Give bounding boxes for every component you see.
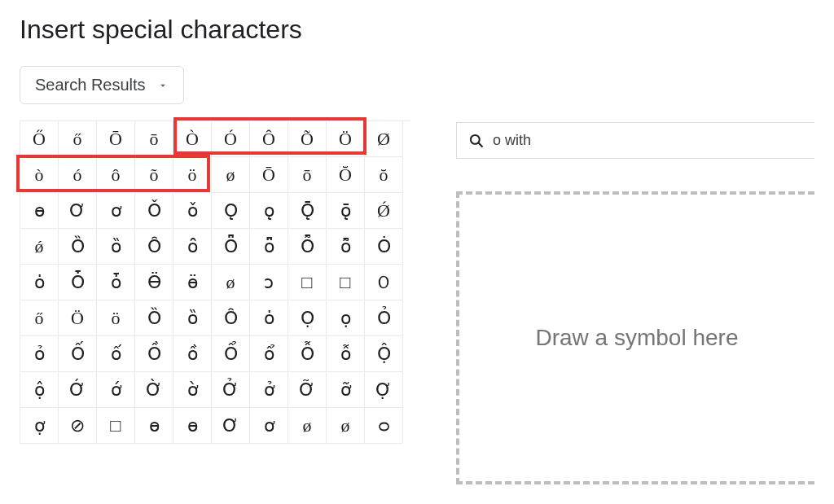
char-cell[interactable]: ớ [97, 372, 135, 408]
char-cell[interactable]: Ơ [212, 408, 250, 444]
char-cell[interactable]: ợ [20, 408, 59, 444]
category-dropdown-label: Search Results [35, 76, 146, 94]
char-cell[interactable]: ő [59, 121, 97, 157]
char-cell[interactable]: ȍ [97, 229, 135, 265]
char-cell[interactable]: ő [20, 300, 59, 336]
char-cell[interactable]: Ǫ [212, 193, 250, 229]
char-cell[interactable]: Ő [20, 121, 59, 157]
char-cell[interactable]: Ȯ [365, 229, 403, 265]
char-cell[interactable]: Ợ [365, 372, 403, 408]
char-cell[interactable]: ổ [250, 336, 288, 372]
char-cell[interactable]: ō [135, 121, 173, 157]
char-cell[interactable]: ȯ [250, 300, 288, 336]
char-cell[interactable]: ȯ [20, 265, 59, 300]
char-cell[interactable]: ô [97, 157, 135, 193]
page-title: Insert special characters [20, 15, 814, 45]
char-cell[interactable]: Ӫ [135, 265, 173, 300]
char-cell[interactable]: ȫ [250, 229, 288, 265]
char-cell[interactable]: Ǭ [288, 193, 327, 229]
char-cell[interactable]: ᴑ [365, 408, 403, 444]
char-cell[interactable]: ở [250, 372, 288, 408]
char-cell[interactable]: ò [20, 157, 59, 193]
char-cell[interactable]: ø [212, 157, 250, 193]
char-cell[interactable]: Ồ [135, 336, 173, 372]
char-cell[interactable]: ọ [327, 300, 365, 336]
char-cell[interactable]: ǿ [20, 229, 59, 265]
char-cell[interactable]: ȏ [173, 229, 212, 265]
char-cell[interactable]: Ổ [212, 336, 250, 372]
char-cell[interactable]: Ｏ [365, 265, 403, 300]
char-cell[interactable]: ō [288, 157, 327, 193]
char-cell[interactable]: ǫ [250, 193, 288, 229]
char-cell[interactable]: ɵ [20, 193, 59, 229]
char-cell[interactable]: Ȍ [59, 229, 97, 265]
search-icon [468, 133, 485, 149]
char-cell[interactable]: Õ [288, 121, 327, 157]
char-cell[interactable]: Ō [97, 121, 135, 157]
char-cell[interactable]: Ȫ [212, 229, 250, 265]
char-cell[interactable]: Ȱ [59, 265, 97, 300]
chevron-down-icon [157, 80, 169, 91]
char-cell[interactable]: ơ [250, 408, 288, 444]
char-cell[interactable]: ɵ [173, 408, 212, 444]
char-cell[interactable]: Ọ [288, 300, 327, 336]
char-cell[interactable]: ố [97, 336, 135, 372]
char-cell[interactable]: ǭ [327, 193, 365, 229]
char-cell[interactable]: ơ [97, 193, 135, 229]
char-cell[interactable]: ⊘ [59, 408, 97, 444]
character-grid: ŐőŌōÒÓÔÕÖØòóôõöøŌōŎŏɵƠơǑǒǪǫǬǭǾǿȌȍȎȏȪȫȬȭȮ… [20, 121, 410, 444]
char-cell[interactable]: Ộ [365, 336, 403, 372]
char-cell[interactable]: Ớ [59, 372, 97, 408]
char-cell[interactable]: Ö [327, 121, 365, 157]
char-cell[interactable]: ӫ [173, 265, 212, 300]
char-cell[interactable]: Ȏ [135, 229, 173, 265]
char-cell[interactable]: ɔ [250, 265, 288, 300]
char-cell[interactable]: Ỗ [288, 336, 327, 372]
char-cell[interactable]: Ö [59, 300, 97, 336]
char-cell[interactable]: Ỡ [288, 372, 327, 408]
char-cell[interactable]: ŏ [365, 157, 403, 193]
char-cell[interactable]: ỡ [327, 372, 365, 408]
char-cell[interactable]: Ở [212, 372, 250, 408]
char-cell[interactable]: □ [288, 265, 327, 300]
char-cell[interactable]: Ȏ [212, 300, 250, 336]
char-cell[interactable]: ǒ [173, 193, 212, 229]
char-cell[interactable]: õ [135, 157, 173, 193]
char-cell[interactable]: ɵ [135, 408, 173, 444]
char-cell[interactable]: ö [173, 157, 212, 193]
char-cell[interactable]: Ǿ [365, 193, 403, 229]
char-cell[interactable]: ộ [20, 372, 59, 408]
char-cell[interactable]: Ō [250, 157, 288, 193]
char-cell[interactable]: □ [327, 265, 365, 300]
char-cell[interactable]: ø [288, 408, 327, 444]
char-cell[interactable]: ồ [173, 336, 212, 372]
char-cell[interactable]: ờ [173, 372, 212, 408]
char-cell[interactable]: Ò [173, 121, 212, 157]
char-cell[interactable]: ȭ [327, 229, 365, 265]
search-box[interactable] [456, 122, 814, 159]
char-cell[interactable]: Ǒ [135, 193, 173, 229]
char-cell[interactable]: Ŏ [327, 157, 365, 193]
char-cell[interactable]: ó [59, 157, 97, 193]
char-cell[interactable]: Ỏ [365, 300, 403, 336]
char-cell[interactable]: ø [212, 265, 250, 300]
char-cell[interactable]: ø [327, 408, 365, 444]
char-cell[interactable]: Ø [365, 121, 403, 157]
char-cell[interactable]: Ô [250, 121, 288, 157]
draw-hint-text: Draw a symbol here [536, 325, 739, 351]
char-cell[interactable]: Ȍ [135, 300, 173, 336]
char-cell[interactable]: ỗ [327, 336, 365, 372]
char-cell[interactable]: Ȭ [288, 229, 327, 265]
char-cell[interactable]: Ố [59, 336, 97, 372]
category-dropdown[interactable]: Search Results [20, 66, 184, 104]
char-cell[interactable]: ȍ [173, 300, 212, 336]
char-cell[interactable]: ȱ [97, 265, 135, 300]
char-cell[interactable]: ö [97, 300, 135, 336]
char-cell[interactable]: Ơ [59, 193, 97, 229]
draw-canvas[interactable]: Draw a symbol here [456, 191, 814, 484]
char-cell[interactable]: Ó [212, 121, 250, 157]
char-cell[interactable]: □ [97, 408, 135, 444]
char-cell[interactable]: Ờ [135, 372, 173, 408]
char-cell[interactable]: ỏ [20, 336, 59, 372]
search-input[interactable] [493, 132, 803, 149]
